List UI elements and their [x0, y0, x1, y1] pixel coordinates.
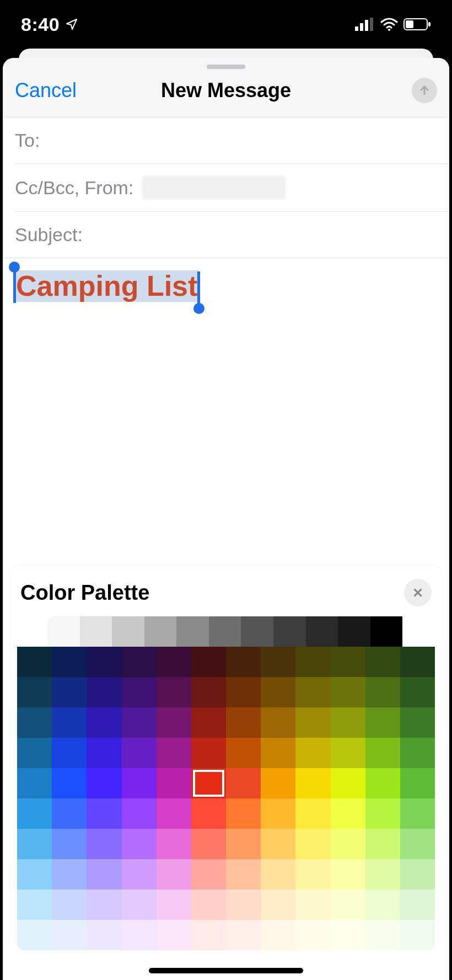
color-swatch[interactable]	[400, 859, 435, 890]
color-swatch[interactable]	[295, 859, 330, 890]
color-swatch[interactable]	[52, 738, 87, 768]
gray-swatch[interactable]	[306, 616, 338, 647]
color-swatch[interactable]	[400, 920, 435, 950]
color-swatch[interactable]	[295, 890, 330, 920]
color-swatch[interactable]	[261, 677, 295, 707]
selected-text[interactable]: Camping List	[15, 270, 198, 302]
color-swatch[interactable]	[191, 647, 226, 677]
gray-swatch[interactable]	[47, 616, 80, 647]
color-swatch[interactable]	[400, 677, 435, 707]
color-swatch[interactable]	[122, 707, 157, 738]
color-swatch[interactable]	[331, 920, 365, 950]
color-swatch[interactable]	[17, 920, 52, 950]
color-swatch[interactable]	[295, 920, 330, 950]
color-swatch[interactable]	[52, 647, 87, 677]
send-button[interactable]	[412, 78, 437, 103]
color-swatch[interactable]	[191, 707, 226, 738]
color-swatch[interactable]	[331, 768, 365, 798]
color-swatch[interactable]	[261, 707, 295, 738]
color-swatch[interactable]	[365, 859, 400, 890]
color-swatch[interactable]	[261, 890, 295, 920]
color-swatch[interactable]	[331, 677, 365, 707]
color-swatch[interactable]	[17, 647, 52, 677]
gray-swatch[interactable]	[338, 616, 370, 647]
color-swatch[interactable]	[157, 829, 191, 859]
color-swatch[interactable]	[191, 738, 226, 768]
color-swatch[interactable]	[17, 798, 52, 829]
color-swatch[interactable]	[157, 920, 191, 950]
color-swatch[interactable]	[400, 738, 435, 768]
color-swatch[interactable]	[226, 829, 261, 859]
color-swatch[interactable]	[191, 920, 226, 950]
color-swatch[interactable]	[87, 738, 121, 768]
color-swatch[interactable]	[52, 890, 87, 920]
gray-swatch[interactable]	[176, 616, 209, 647]
color-swatch[interactable]	[52, 677, 87, 707]
color-swatch[interactable]	[157, 859, 191, 890]
selection-dot-start[interactable]	[9, 262, 20, 273]
color-swatch[interactable]	[87, 798, 121, 829]
color-swatch[interactable]	[191, 677, 226, 707]
color-swatch[interactable]	[400, 890, 435, 920]
color-swatch[interactable]	[226, 890, 261, 920]
cancel-button[interactable]: Cancel	[15, 73, 77, 102]
gray-swatch[interactable]	[209, 616, 241, 647]
gray-swatch[interactable]	[370, 616, 403, 647]
color-swatch[interactable]	[17, 738, 52, 768]
color-swatch[interactable]	[17, 859, 52, 890]
color-swatch[interactable]	[400, 798, 435, 829]
color-swatch[interactable]	[365, 677, 400, 707]
color-swatch[interactable]	[87, 859, 121, 890]
color-swatch[interactable]	[87, 707, 121, 738]
home-indicator[interactable]	[149, 968, 303, 973]
color-swatch[interactable]	[365, 647, 400, 677]
color-swatch[interactable]	[122, 677, 157, 707]
color-swatch[interactable]	[122, 829, 157, 859]
color-swatch[interactable]	[122, 798, 157, 829]
color-swatch[interactable]	[261, 738, 295, 768]
color-swatch[interactable]	[87, 890, 121, 920]
color-swatch[interactable]	[122, 920, 157, 950]
sheet-grabber[interactable]	[207, 65, 245, 69]
color-swatch[interactable]	[52, 920, 87, 950]
color-swatch[interactable]	[226, 920, 261, 950]
to-field[interactable]: To:	[3, 118, 449, 163]
color-swatch[interactable]	[331, 798, 365, 829]
color-swatch[interactable]	[52, 707, 87, 738]
color-swatch[interactable]	[191, 768, 226, 798]
gray-swatch[interactable]	[273, 616, 306, 647]
color-swatch[interactable]	[226, 768, 261, 798]
gray-swatch[interactable]	[112, 616, 144, 647]
color-swatch[interactable]	[17, 890, 52, 920]
color-swatch[interactable]	[226, 738, 261, 768]
close-button[interactable]	[404, 579, 432, 606]
gray-swatch[interactable]	[80, 616, 112, 647]
color-swatch[interactable]	[295, 798, 330, 829]
color-swatch[interactable]	[17, 707, 52, 738]
color-swatch[interactable]	[122, 859, 157, 890]
color-swatch[interactable]	[157, 890, 191, 920]
color-swatch[interactable]	[365, 920, 400, 950]
selection-handle-right[interactable]	[197, 271, 200, 307]
color-swatch[interactable]	[17, 829, 52, 859]
color-swatch[interactable]	[191, 890, 226, 920]
color-swatch[interactable]	[87, 647, 121, 677]
color-swatch[interactable]	[261, 798, 295, 829]
color-swatch[interactable]	[365, 798, 400, 829]
color-swatch[interactable]	[295, 647, 330, 677]
color-swatch[interactable]	[261, 768, 295, 798]
color-swatch[interactable]	[261, 829, 295, 859]
color-swatch[interactable]	[226, 647, 261, 677]
color-swatch[interactable]	[400, 768, 435, 798]
color-swatch[interactable]	[122, 768, 157, 798]
color-swatch[interactable]	[226, 677, 261, 707]
gray-swatch[interactable]	[144, 616, 177, 647]
color-swatch[interactable]	[226, 707, 261, 738]
color-swatch[interactable]	[157, 677, 191, 707]
cc-from-field[interactable]: Cc/Bcc, From:	[3, 164, 449, 211]
color-swatch[interactable]	[157, 798, 191, 829]
color-swatch[interactable]	[365, 738, 400, 768]
color-swatch[interactable]	[400, 829, 435, 859]
color-swatch[interactable]	[157, 707, 191, 738]
color-swatch[interactable]	[295, 677, 330, 707]
